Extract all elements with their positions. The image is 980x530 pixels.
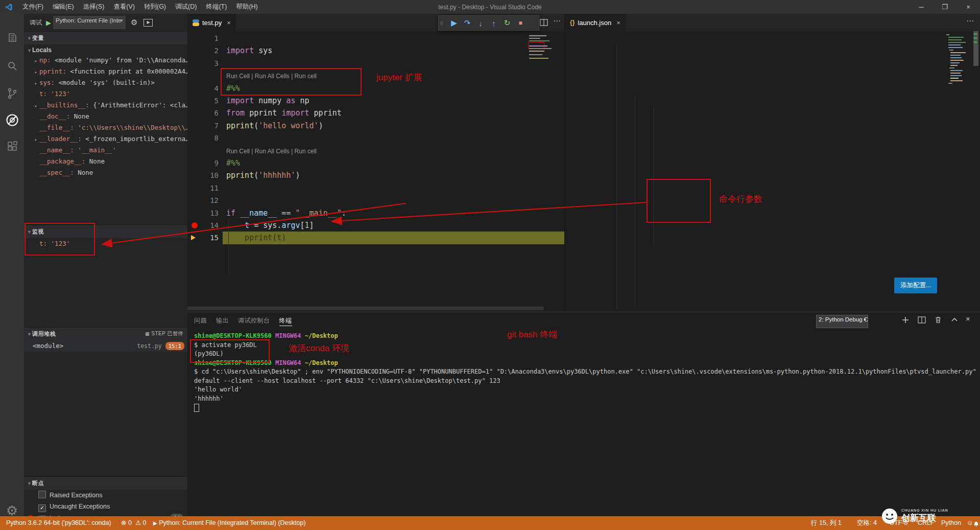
terminal-select[interactable]: 2: Python Debug Consc ▼	[816, 315, 868, 328]
menu-item[interactable]: 编辑(E)	[48, 3, 79, 10]
local-variable[interactable]: t: '123'	[24, 88, 196, 100]
code-line[interactable]: 2import sys	[187, 44, 564, 57]
step-into-icon[interactable]: ↓	[474, 19, 487, 28]
panel-tab-active[interactable]: 终端	[279, 317, 292, 326]
split-editor-icon[interactable]	[540, 18, 548, 29]
notifications-bell-icon[interactable]	[973, 519, 979, 530]
menu-item[interactable]: 终端(T)	[201, 3, 231, 10]
python-interpreter[interactable]: Python 3.6.2 64-bit ('py36DL': conda)	[6, 516, 111, 530]
code-line[interactable]: 6from pprint import pprint	[187, 107, 564, 119]
step-out-icon[interactable]: ↑	[487, 19, 500, 28]
stack-frame[interactable]: <module> 15:1 test.py	[24, 340, 187, 352]
code-line[interactable]: 12	[187, 194, 564, 206]
new-terminal-icon[interactable]	[901, 316, 910, 326]
restart-icon[interactable]: ↻	[500, 18, 514, 28]
feedback-smiley-icon[interactable]: ☺	[967, 516, 973, 530]
start-debug-icon[interactable]: ▶	[46, 19, 51, 27]
minimize-icon[interactable]: ─	[910, 0, 933, 14]
vertical-scrollbar[interactable]	[972, 31, 979, 312]
local-variable[interactable]: __package__: None	[24, 156, 196, 167]
terminal-cursor	[194, 403, 199, 412]
debug-target-status[interactable]: ▶ Python: Current File (Integrated Termi…	[153, 516, 306, 530]
debug-console-icon[interactable]: ▶	[144, 19, 153, 27]
drag-handle[interactable]: ⣿	[440, 21, 447, 26]
extensions-icon[interactable]	[0, 136, 24, 157]
local-variable[interactable]: __file__: 'c:\\Users\\shine\\Desktop\\…	[24, 122, 196, 133]
menu-item[interactable]: 查看(V)	[109, 3, 139, 10]
menu-item[interactable]: 调试(D)	[171, 3, 201, 10]
more-actions-icon[interactable]: ⋯	[966, 16, 974, 26]
code-line[interactable]: 11	[187, 182, 564, 194]
code-line[interactable]: 7pprint('hello world')	[187, 120, 564, 132]
expand-icon[interactable]: ▸	[33, 100, 39, 111]
menu-item[interactable]: 转到(G)	[139, 3, 171, 10]
step-over-icon[interactable]: ↷	[461, 18, 474, 28]
local-variable[interactable]: ▸__builtins__: {'ArithmeticError': <cla…	[24, 100, 196, 111]
minimap[interactable]	[527, 33, 564, 64]
expand-icon[interactable]: ▸	[33, 78, 39, 88]
add-configuration-button[interactable]: 添加配置...	[894, 278, 937, 293]
debug-gear-icon[interactable]: ⚙	[131, 18, 137, 27]
terminal-output[interactable]: shine@DESKTOP-KLK9560 MINGW64 ~/Desktop$…	[187, 332, 980, 517]
checkbox[interactable]: ✓	[38, 504, 46, 512]
expand-icon[interactable]: ▸	[33, 66, 39, 77]
breakpoints-header[interactable]: ▼断点	[24, 476, 187, 490]
variables-header[interactable]: ▼变量	[24, 31, 187, 44]
breakpoint-dot-icon[interactable]	[192, 222, 198, 228]
local-variable[interactable]: ▸sys: <module 'sys' (built-in)>	[24, 77, 196, 88]
code-line[interactable]: 1	[187, 32, 564, 44]
panel-tab-item[interactable]: 输出	[216, 317, 229, 326]
kill-terminal-icon[interactable]	[934, 316, 942, 326]
local-variable[interactable]: __doc__: None	[24, 111, 196, 122]
maximize-panel-icon[interactable]	[950, 316, 959, 326]
scope-locals[interactable]: ▼Locals	[24, 44, 187, 54]
horizontal-scrollbar[interactable]	[187, 307, 544, 310]
tab-close-icon[interactable]: ×	[616, 19, 620, 27]
terminal-line: $ cd "c:\Users\shine\Desktop" ; env "PYT…	[194, 367, 980, 377]
close-icon[interactable]: ×	[957, 0, 980, 14]
cursor-position[interactable]: 行 15, 列 1	[811, 516, 842, 530]
menu-item[interactable]: 选择(S)	[79, 3, 109, 10]
callstack-header[interactable]: ▼调用堆栈 ▦ STEP 已暂停	[24, 327, 187, 340]
code-line[interactable]: 14 t = sys.argv[1]	[187, 219, 564, 232]
indentation[interactable]: 空格: 4	[857, 516, 877, 530]
breakpoint-item[interactable]: ✓Uncaught Exceptions	[24, 501, 187, 512]
tab-testpy[interactable]: test.py×	[187, 14, 236, 31]
code-line[interactable]: 8	[187, 132, 564, 144]
debug-icon[interactable]	[0, 110, 24, 130]
expand-icon[interactable]: ▸	[33, 55, 39, 66]
local-variable[interactable]: __name__: '__main__'	[24, 145, 196, 156]
source-control-icon[interactable]	[0, 83, 24, 104]
editor-launchjson[interactable]: 1{2 // 使用 IntelliSense 了解相关属性。3 // 悬停以查看…	[564, 31, 980, 312]
problems-status[interactable]: ⊗ 0 ⚠ 0	[121, 516, 147, 530]
split-terminal-icon[interactable]	[918, 316, 926, 326]
menu-item[interactable]: 帮助(H)	[231, 3, 262, 10]
checkbox[interactable]	[38, 491, 46, 498]
more-actions-icon[interactable]: ⋯	[553, 16, 561, 26]
debug-config-select[interactable]: Python: Current File (Inte ▼	[53, 16, 126, 29]
explorer-icon[interactable]	[0, 28, 24, 49]
code-line[interactable]: 13if __name__ == "__main__":	[187, 207, 564, 219]
tab-close-icon[interactable]: ×	[227, 19, 231, 27]
close-panel-icon[interactable]: ×	[966, 314, 970, 323]
code-line[interactable]: 5import numpy as np	[187, 95, 564, 107]
expand-icon[interactable]: ▸	[33, 134, 39, 145]
stop-icon[interactable]: ■	[514, 19, 527, 27]
local-variable[interactable]: ▸pprint: <function pprint at 0x000002A4…	[24, 66, 196, 77]
breakpoint-item[interactable]: Raised Exceptions	[24, 490, 187, 501]
search-icon[interactable]	[0, 56, 24, 76]
code-line[interactable]: 15 pprint(t)	[187, 232, 564, 244]
local-variable[interactable]: __spec__: None	[24, 167, 196, 178]
tab-launchjson[interactable]: {} launch.json×	[565, 14, 626, 31]
code-line[interactable]: 9#%%	[187, 157, 564, 169]
codelens[interactable]: Run Cell | Run All Cells | Run cell	[187, 145, 564, 157]
local-variable[interactable]: ▸__loader__: <_frozen_importlib_externa…	[24, 133, 196, 145]
local-variable[interactable]: ▸np: <module 'numpy' from 'D:\\Anaconda…	[24, 55, 196, 66]
continue-icon[interactable]: ▶	[447, 18, 461, 28]
menu-item[interactable]: 文件(F)	[18, 3, 48, 10]
minimap[interactable]	[944, 31, 972, 312]
panel-tab-item[interactable]: 调试控制台	[238, 317, 270, 326]
code-line[interactable]: 10pprint('hhhhhh')	[187, 169, 564, 181]
maximize-icon[interactable]: ❐	[933, 0, 957, 14]
panel-tab-item[interactable]: 问题	[194, 317, 207, 326]
